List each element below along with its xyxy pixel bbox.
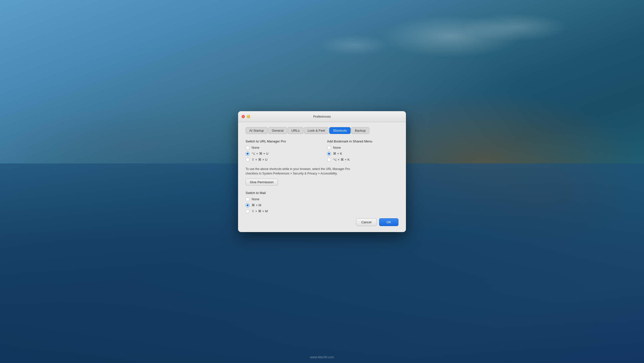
close-button[interactable] bbox=[242, 115, 245, 118]
switch-url-opt-cmd-u-label: ⌥ + ⌘ + U bbox=[252, 152, 268, 155]
switch-mail-shift-cmd-m-radio[interactable] bbox=[246, 209, 250, 213]
add-bookmark-title: Add Bookmark in Shared Menu bbox=[327, 139, 398, 143]
switch-mail-radio-group: None ⌘ + M ⇧ + ⌘ + M bbox=[246, 197, 398, 213]
switch-url-none-radio[interactable] bbox=[246, 146, 250, 150]
dialog-title: Preferences bbox=[313, 115, 331, 118]
dialog-content: At Startup General URLs Look & Feel Shor… bbox=[238, 122, 406, 232]
preferences-dialog: Preferences At Startup General URLs Look… bbox=[238, 111, 406, 232]
tab-shortcuts[interactable]: Shortcuts bbox=[329, 127, 351, 134]
add-bookmark-radio-group: None ⌘ + K ⌥ + ⌘ + K bbox=[327, 146, 398, 162]
switch-url-section: Switch to URL Manager Pro None ⌥ + ⌘ + U bbox=[246, 139, 317, 162]
traffic-lights bbox=[242, 115, 250, 118]
switch-url-shift-cmd-u[interactable]: ⇧ + ⌘ + U bbox=[246, 158, 317, 162]
switch-mail-shift-cmd-m-label: ⇧ + ⌘ + M bbox=[252, 209, 268, 213]
switch-url-opt-cmd-u[interactable]: ⌥ + ⌘ + U bbox=[246, 152, 317, 156]
switch-url-none[interactable]: None bbox=[246, 146, 317, 150]
switch-mail-cmd-m[interactable]: ⌘ + M bbox=[246, 203, 398, 207]
give-permission-button[interactable]: Give Permission bbox=[246, 179, 278, 186]
titlebar: Preferences bbox=[238, 111, 406, 122]
switch-url-shift-cmd-u-radio[interactable] bbox=[246, 158, 250, 162]
ok-button[interactable]: OK bbox=[379, 218, 398, 226]
shortcut-info-text: To use the above shortcuts while in your… bbox=[246, 167, 398, 176]
add-bookmark-none-label: None bbox=[333, 146, 341, 149]
switch-mail-shift-cmd-m[interactable]: ⇧ + ⌘ + M bbox=[246, 209, 398, 213]
switch-url-shift-cmd-u-label: ⇧ + ⌘ + U bbox=[252, 158, 267, 161]
switch-mail-cmd-m-label: ⌘ + M bbox=[252, 203, 261, 207]
switch-url-title: Switch to URL Manager Pro bbox=[246, 139, 317, 143]
switch-mail-none-label: None bbox=[252, 197, 259, 201]
switch-mail-cmd-m-radio[interactable] bbox=[246, 203, 250, 207]
add-bookmark-opt-cmd-k[interactable]: ⌥ + ⌘ + K bbox=[327, 158, 398, 162]
add-bookmark-section: Add Bookmark in Shared Menu None ⌘ + K bbox=[327, 139, 398, 162]
cancel-button[interactable]: Cancel bbox=[356, 218, 377, 226]
tab-look-feel[interactable]: Look & Feel bbox=[304, 127, 329, 134]
switch-url-opt-cmd-u-radio[interactable] bbox=[246, 152, 250, 156]
switch-mail-title: Switch to Mail bbox=[246, 191, 398, 195]
switch-mail-section: Switch to Mail None ⌘ + M ⇧ + ⌘ + M bbox=[246, 191, 398, 213]
add-bookmark-opt-cmd-k-label: ⌥ + ⌘ + K bbox=[333, 158, 350, 161]
tab-at-startup[interactable]: At Startup bbox=[246, 127, 268, 134]
add-bookmark-none-radio[interactable] bbox=[327, 146, 331, 150]
tab-general[interactable]: General bbox=[268, 127, 287, 134]
switch-mail-none-radio[interactable] bbox=[246, 197, 250, 201]
shortcut-sections-row: Switch to URL Manager Pro None ⌥ + ⌘ + U bbox=[246, 139, 398, 162]
bottom-buttons: Cancel OK bbox=[246, 218, 398, 226]
add-bookmark-opt-cmd-k-radio[interactable] bbox=[327, 158, 331, 162]
tab-bar: At Startup General URLs Look & Feel Shor… bbox=[246, 127, 398, 134]
switch-mail-none[interactable]: None bbox=[246, 197, 398, 201]
dialog-overlay: Preferences At Startup General URLs Look… bbox=[0, 0, 644, 363]
add-bookmark-cmd-k[interactable]: ⌘ + K bbox=[327, 152, 398, 156]
add-bookmark-cmd-k-radio[interactable] bbox=[327, 152, 331, 156]
add-bookmark-none[interactable]: None bbox=[327, 146, 398, 150]
tab-backup[interactable]: Backup bbox=[351, 127, 369, 134]
tab-urls[interactable]: URLs bbox=[288, 127, 303, 134]
add-bookmark-cmd-k-label: ⌘ + K bbox=[333, 152, 342, 155]
minimize-button[interactable] bbox=[247, 115, 250, 118]
switch-url-none-label: None bbox=[252, 146, 259, 149]
switch-url-radio-group: None ⌥ + ⌘ + U ⇧ + ⌘ + U bbox=[246, 146, 317, 162]
